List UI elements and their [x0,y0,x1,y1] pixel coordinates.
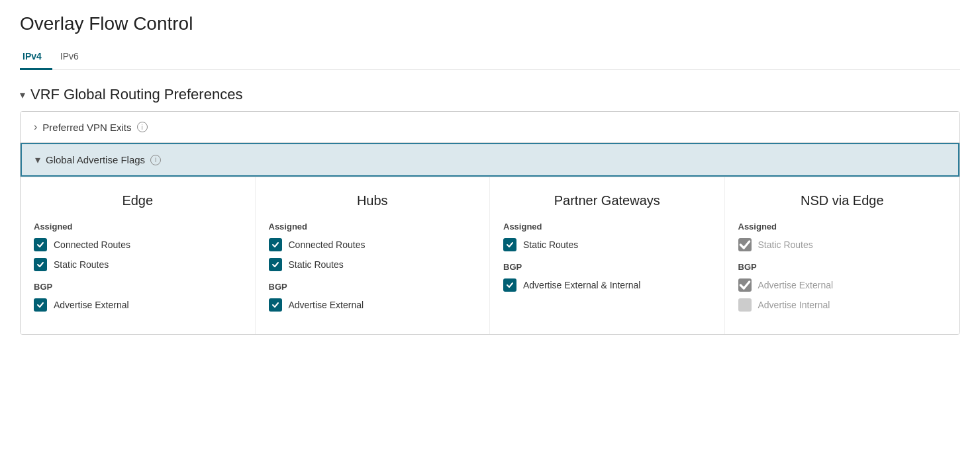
nsd-advertise-external-row: Advertise External [738,278,947,292]
pg-advertise-ext-int-label: Advertise External & Internal [523,280,640,290]
nsd-advertise-internal-row: Advertise Internal [738,298,947,312]
pg-advertise-ext-int-row: Advertise External & Internal [503,278,711,292]
accordion-global-advertise-flags[interactable]: ▾ Global Advertise Flags i [21,143,959,177]
nsd-advertise-internal-label: Advertise Internal [758,300,830,310]
global-advertise-flags-info-icon[interactable]: i [150,155,161,165]
hubs-advertise-external-checkbox[interactable] [269,298,282,312]
nsd-static-routes-checkbox[interactable] [738,238,752,251]
pg-static-routes-label: Static Routes [523,239,578,250]
hubs-static-routes-row: Static Routes [269,258,477,271]
hubs-advertise-external-row: Advertise External [269,298,477,312]
column-nsd-via-edge: NSD via Edge Assigned Static Routes BGP [725,177,960,334]
section-chevron-icon[interactable]: ▾ [20,89,25,101]
preferred-vpn-exits-info-icon[interactable]: i [137,122,148,132]
column-hubs: Hubs Assigned Connected Routes [256,177,491,334]
hubs-connected-routes-label: Connected Routes [289,239,366,250]
edge-bgp-label: BGP [34,282,242,292]
hubs-connected-routes-checkbox[interactable] [269,238,282,251]
section-title: VRF Global Routing Preferences [30,86,242,103]
column-nsd-via-edge-title: NSD via Edge [738,193,947,208]
nsd-advertise-internal-checkbox[interactable] [738,298,752,312]
edge-static-routes-checkbox[interactable] [34,258,47,271]
tabs-container: IPv4 IPv6 [20,45,960,70]
global-advertise-flags-label: Global Advertise Flags [46,154,145,165]
section-header: ▾ VRF Global Routing Preferences [20,86,960,103]
page-container: Overlay Flow Control IPv4 IPv6 ▾ VRF Glo… [0,0,980,467]
column-hubs-title: Hubs [269,193,477,208]
nsd-advertise-external-checkbox[interactable] [738,278,752,292]
edge-assigned-label: Assigned [34,222,242,232]
global-advertise-flags-chevron: ▾ [35,153,40,166]
edge-connected-routes-row: Connected Routes [34,238,242,251]
nsd-assigned-label: Assigned [738,222,947,232]
hubs-assigned-label: Assigned [269,222,477,232]
nsd-static-routes-label: Static Routes [758,239,813,250]
pg-bgp-label: BGP [503,262,711,272]
edge-advertise-external-row: Advertise External [34,298,242,312]
preferred-vpn-exits-chevron: › [34,121,37,133]
pg-static-routes-row: Static Routes [503,238,711,251]
hubs-bgp-label: BGP [269,282,477,292]
hubs-static-routes-label: Static Routes [289,259,344,270]
edge-static-routes-row: Static Routes [34,258,242,271]
column-partner-gateways-title: Partner Gateways [503,193,711,208]
edge-connected-routes-checkbox[interactable] [34,238,47,251]
page-title: Overlay Flow Control [20,13,960,34]
column-edge-title: Edge [34,193,242,208]
nsd-advertise-external-label: Advertise External [758,280,834,290]
nsd-bgp-label: BGP [738,262,947,272]
accordion-preferred-vpn-exits[interactable]: › Preferred VPN Exits i [21,112,959,143]
pg-static-routes-checkbox[interactable] [503,238,516,251]
pg-assigned-label: Assigned [503,222,711,232]
outer-box: › Preferred VPN Exits i ▾ Global Adverti… [20,111,960,335]
edge-static-routes-label: Static Routes [54,259,109,270]
hubs-static-routes-checkbox[interactable] [269,258,282,271]
tab-ipv6[interactable]: IPv6 [58,46,89,70]
column-edge: Edge Assigned Connected Routes [21,177,256,334]
columns-container: Edge Assigned Connected Routes [21,177,959,334]
tab-ipv4[interactable]: IPv4 [20,46,52,70]
edge-advertise-external-checkbox[interactable] [34,298,47,312]
edge-advertise-external-label: Advertise External [54,300,129,310]
nsd-static-routes-row: Static Routes [738,238,947,251]
hubs-advertise-external-label: Advertise External [289,300,364,310]
preferred-vpn-exits-label: Preferred VPN Exits [42,122,131,133]
edge-connected-routes-label: Connected Routes [54,239,130,250]
hubs-connected-routes-row: Connected Routes [269,238,477,251]
pg-advertise-ext-int-checkbox[interactable] [503,278,516,292]
column-partner-gateways: Partner Gateways Assigned Static Routes … [490,177,725,334]
